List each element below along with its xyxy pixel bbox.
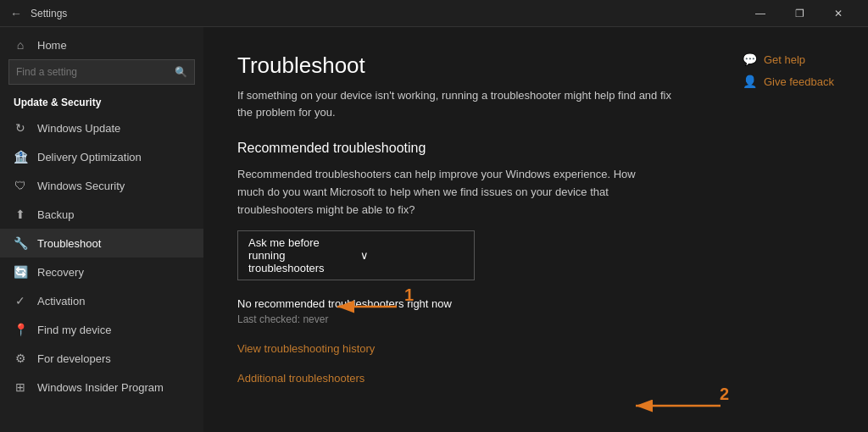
back-button[interactable]: ← [10, 7, 22, 20]
window-controls: — ❐ ✕ [741, 0, 858, 27]
activation-icon: ✓ [14, 294, 27, 307]
troubleshooter-dropdown[interactable]: Ask me before running troubleshooters ∨ [237, 230, 475, 280]
windows-update-icon: ↻ [14, 121, 27, 135]
annotation-1-number: 1 [404, 285, 414, 305]
close-button[interactable]: ✕ [819, 0, 858, 27]
recovery-icon: 🔄 [14, 265, 27, 279]
insider-icon: ⊞ [14, 380, 27, 394]
dropdown-value: Ask me before running troubleshooters [248, 236, 352, 274]
get-help-icon: 💬 [743, 53, 757, 66]
view-history-link[interactable]: View troubleshooting history [237, 342, 834, 355]
app-body: ⌂ Home 🔍 Update & Security ↻ Windows Upd… [0, 27, 868, 432]
give-feedback-icon: 👤 [743, 75, 757, 88]
sidebar-item-developers[interactable]: ⚙ For developers [0, 344, 203, 373]
give-feedback-link[interactable]: 👤 Give feedback [743, 75, 834, 88]
maximize-button[interactable]: ❐ [780, 0, 819, 27]
page-subtitle: If something on your device isn't workin… [237, 87, 678, 120]
titlebar-title: Settings [31, 8, 741, 19]
developers-icon: ⚙ [14, 352, 27, 365]
titlebar: ← Settings — ❐ ✕ [0, 0, 868, 27]
find-device-icon: 📍 [14, 323, 27, 336]
annotation-arrow-1: 1 [329, 294, 414, 323]
home-icon: ⌂ [14, 38, 27, 52]
recommended-desc: Recommended troubleshooters can help imp… [237, 166, 644, 219]
last-checked-text: Last checked: never [237, 313, 834, 325]
sidebar-item-recovery[interactable]: 🔄 Recovery [0, 258, 203, 286]
get-help-link[interactable]: 💬 Get help [743, 53, 834, 66]
search-input[interactable] [16, 66, 175, 78]
side-links: 💬 Get help 👤 Give feedback [743, 53, 834, 88]
additional-troubleshooters-link[interactable]: Additional troubleshooters [237, 372, 834, 385]
sidebar-item-activation[interactable]: ✓ Activation [0, 286, 203, 315]
recommended-heading: Recommended troubleshooting [237, 141, 834, 156]
search-icon: 🔍 [175, 66, 187, 78]
minimize-button[interactable]: — [741, 0, 780, 27]
chevron-down-icon: ∨ [360, 249, 464, 262]
annotation-2-number: 2 [720, 385, 729, 404]
annotation-arrow-2: 2 [627, 393, 729, 422]
sidebar-item-windows-security[interactable]: 🛡 Windows Security [0, 171, 203, 200]
no-troubleshooters-text: No recommended troubleshooters right now [237, 297, 834, 310]
sidebar: ⌂ Home 🔍 Update & Security ↻ Windows Upd… [0, 27, 203, 432]
sidebar-item-delivery-optimization[interactable]: 🏦 Delivery Optimization [0, 142, 203, 171]
main-content: 💬 Get help 👤 Give feedback Troubleshoot … [203, 27, 868, 432]
sidebar-item-windows-update[interactable]: ↻ Windows Update [0, 114, 203, 142]
search-box[interactable]: 🔍 [8, 59, 195, 85]
category-label: Update & Security [0, 91, 203, 114]
sidebar-item-insider[interactable]: ⊞ Windows Insider Program [0, 373, 203, 402]
sidebar-item-troubleshoot[interactable]: 🔧 Troubleshoot [0, 229, 203, 258]
sidebar-item-backup[interactable]: ⬆ Backup [0, 200, 203, 229]
delivery-optimization-icon: 🏦 [14, 150, 27, 163]
sidebar-item-find-device[interactable]: 📍 Find my device [0, 315, 203, 344]
troubleshoot-icon: 🔧 [14, 236, 27, 250]
backup-icon: ⬆ [14, 208, 27, 221]
sidebar-item-home[interactable]: ⌂ Home [0, 30, 203, 59]
windows-security-icon: 🛡 [14, 179, 27, 192]
